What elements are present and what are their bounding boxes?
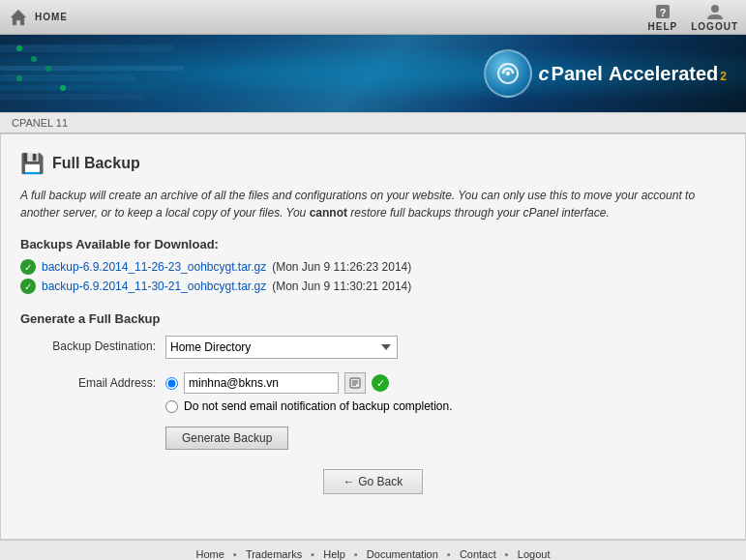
top-nav-bar: HOME ? HELP LOGOUT <box>0 0 746 35</box>
email-radio-1: ✓ <box>165 372 726 394</box>
svg-point-12 <box>45 66 51 72</box>
backup-date-2: (Mon Jun 9 11:30:21 2014) <box>272 280 411 293</box>
footer-link-documentation[interactable]: Documentation <box>367 548 438 560</box>
footer: Home ▪ Trademarks ▪ Help ▪ Documentation… <box>0 540 746 560</box>
generate-section: Generate a Full Backup Backup Destinatio… <box>20 311 726 494</box>
email-radio-input-1[interactable] <box>165 377 178 390</box>
email-input[interactable] <box>184 372 339 394</box>
top-nav-left: HOME <box>8 7 68 28</box>
svg-point-13 <box>16 75 22 81</box>
backup-item-2: ✓ backup-6.9.2014_11-30-21_oohbcygt.tar.… <box>20 279 726 294</box>
logout-label: LOGOUT <box>691 21 738 32</box>
logo-circle <box>484 49 532 98</box>
top-nav-right: ? HELP LOGOUT <box>648 3 738 32</box>
page-title: Full Backup <box>52 155 140 172</box>
generate-section-header: Generate a Full Backup <box>20 311 726 326</box>
help-label: HELP <box>648 21 678 32</box>
breadcrumb-text: CPANEL 11 <box>12 117 68 129</box>
footer-link-help[interactable]: Help <box>323 548 345 560</box>
svg-rect-5 <box>0 56 155 62</box>
backup-link-1[interactable]: backup-6.9.2014_11-26-23_oohbcygt.tar.gz <box>42 260 266 274</box>
full-backup-icon: 💾 <box>20 152 45 175</box>
svg-rect-4 <box>0 44 174 52</box>
footer-link-home[interactable]: Home <box>196 548 224 560</box>
svg-rect-8 <box>0 85 164 90</box>
footer-link-contact[interactable]: Contact <box>460 548 496 560</box>
generate-btn-row: Generate Backup <box>40 427 726 450</box>
svg-point-15 <box>506 72 510 75</box>
svg-rect-9 <box>0 94 145 100</box>
email-label: Email Address: <box>40 372 165 390</box>
breadcrumb: CPANEL 11 <box>0 112 746 133</box>
email-radio-2: Do not send email notification of backup… <box>165 399 726 413</box>
backup-date-1: (Mon Jun 9 11:26:23 2014) <box>272 260 411 274</box>
help-icon: ? <box>654 3 671 20</box>
backup-dest-control: Home Directory Remote FTP Server Remote … <box>165 336 726 359</box>
page-description: A full backup will create an archive of … <box>20 187 726 221</box>
page-title-row: 💾 Full Backup <box>20 152 726 175</box>
email-control: ✓ Do not send email notification of back… <box>165 372 726 413</box>
logout-icon <box>706 3 724 20</box>
svg-point-10 <box>16 45 22 51</box>
backup-list: ✓ backup-6.9.2014_11-26-23_oohbcygt.tar.… <box>20 259 726 294</box>
svg-point-3 <box>711 5 719 13</box>
logo-text: c Panel Accelerated 2 <box>538 63 727 85</box>
svg-text:?: ? <box>660 7 667 18</box>
banner-decoration <box>0 35 194 112</box>
go-back-button[interactable]: ← Go Back <box>323 469 423 494</box>
email-book-button[interactable] <box>344 372 366 394</box>
backup-check-icon-1: ✓ <box>20 259 36 275</box>
email-row: Email Address: <box>40 372 726 413</box>
backups-section-header: Backups Available for Download: <box>20 237 726 251</box>
backup-dest-label: Backup Destination: <box>40 336 165 353</box>
cpanel-logo: c Panel Accelerated 2 <box>484 49 727 98</box>
email-input-wrap: ✓ <box>184 372 389 394</box>
svg-point-14 <box>60 85 66 91</box>
email-radio-input-2[interactable] <box>165 400 178 413</box>
email-radio-2-label: Do not send email notification of backup… <box>184 399 453 413</box>
generate-backup-button[interactable]: Generate Backup <box>165 427 288 450</box>
footer-link-trademarks[interactable]: Trademarks <box>246 548 302 560</box>
help-button[interactable]: ? HELP <box>648 3 678 32</box>
backup-dest-row: Backup Destination: Home Directory Remot… <box>40 336 726 359</box>
backup-dest-select[interactable]: Home Directory Remote FTP Server Remote … <box>165 336 398 359</box>
svg-point-11 <box>31 56 37 62</box>
email-options: ✓ Do not send email notification of back… <box>165 372 726 413</box>
home-label[interactable]: HOME <box>35 12 68 22</box>
svg-marker-0 <box>11 10 26 25</box>
backup-item-1: ✓ backup-6.9.2014_11-26-23_oohbcygt.tar.… <box>20 259 726 275</box>
main-content: 💾 Full Backup A full backup will create … <box>0 133 746 540</box>
email-verify-icon: ✓ <box>372 374 389 392</box>
backup-check-icon-2: ✓ <box>20 279 36 294</box>
backup-form: Backup Destination: Home Directory Remot… <box>40 336 726 413</box>
logout-button[interactable]: LOGOUT <box>691 3 738 32</box>
footer-link-logout[interactable]: Logout <box>518 548 551 560</box>
svg-rect-6 <box>0 66 184 71</box>
go-back-row: ← Go Back <box>20 469 726 494</box>
backup-link-2[interactable]: backup-6.9.2014_11-30-21_oohbcygt.tar.gz <box>42 280 266 293</box>
home-icon[interactable] <box>8 7 29 28</box>
banner: c Panel Accelerated 2 <box>0 35 746 112</box>
book-icon <box>349 377 361 389</box>
